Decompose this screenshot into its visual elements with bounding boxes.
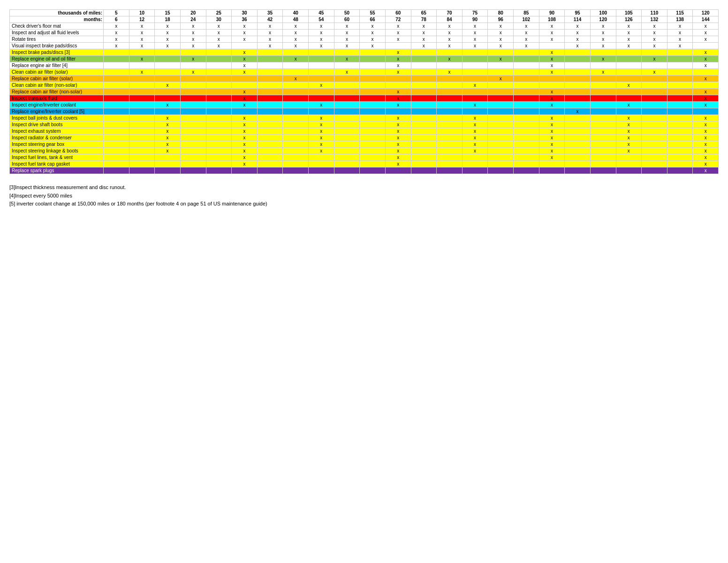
cell-8-16 [514, 76, 539, 82]
cell-13-8 [309, 108, 334, 115]
cell-7-2 [155, 69, 181, 76]
cell-16-12 [411, 128, 437, 135]
cell-0-18: x [565, 23, 591, 30]
cell-9-11 [385, 82, 411, 89]
cell-10-22 [667, 89, 693, 95]
cell-1-0: x [104, 30, 129, 36]
cell-19-20: x [616, 148, 642, 154]
cell-3-23 [693, 43, 719, 49]
cell-5-11: x [385, 56, 411, 62]
table-row: Inspect fuel tank cap gasketxxx [10, 161, 719, 167]
cell-18-18 [565, 141, 591, 148]
cell-2-7: x [283, 36, 309, 43]
cell-15-8: x [309, 122, 334, 128]
cell-20-1 [129, 154, 155, 161]
cell-19-10 [360, 148, 386, 154]
cell-6-2 [155, 62, 181, 69]
cell-22-5 [232, 167, 258, 174]
cell-12-18 [565, 102, 591, 108]
cell-14-14: x [462, 115, 488, 122]
cell-4-15 [488, 49, 514, 56]
cell-5-23: x [693, 56, 719, 62]
cell-6-10 [360, 62, 386, 69]
cell-17-0 [104, 135, 129, 141]
cell-15-19 [590, 122, 616, 128]
miles-5: 5 [104, 10, 129, 16]
cell-17-4 [206, 135, 232, 141]
cell-11-4 [206, 95, 232, 102]
cell-6-4 [206, 62, 232, 69]
months-36: 36 [232, 16, 258, 23]
cell-20-12 [411, 154, 437, 161]
cell-15-22 [667, 122, 693, 128]
cell-19-14: x [462, 148, 488, 154]
cell-5-1: x [129, 56, 155, 62]
cell-8-8 [309, 76, 334, 82]
cell-7-3: x [180, 69, 206, 76]
cell-7-10 [360, 69, 386, 76]
cell-11-12 [411, 95, 437, 102]
cell-22-6 [257, 167, 283, 174]
months-96: 96 [488, 16, 514, 23]
cell-10-0 [104, 89, 129, 95]
cell-14-3 [180, 115, 206, 122]
cell-2-1: x [129, 36, 155, 43]
cell-3-10: x [360, 43, 386, 49]
cell-5-3: x [180, 56, 206, 62]
cell-18-7 [283, 141, 309, 148]
cell-2-21: x [642, 36, 667, 43]
cell-0-6: x [257, 23, 283, 30]
cell-16-11: x [385, 128, 411, 135]
cell-1-15: x [488, 30, 514, 36]
cell-11-5: x [232, 95, 258, 102]
cell-13-12 [411, 108, 437, 115]
miles-55: 55 [360, 10, 386, 16]
cell-19-3 [180, 148, 206, 154]
months-6: 6 [104, 16, 129, 23]
cell-3-3: x [180, 43, 206, 49]
row-label-13: Replace engine/Inverter coolant [5] [10, 108, 104, 115]
cell-4-1 [129, 49, 155, 56]
cell-15-23: x [693, 122, 719, 128]
cell-18-16 [514, 141, 539, 148]
cell-15-10 [360, 122, 386, 128]
cell-17-22 [667, 135, 693, 141]
cell-6-13 [437, 62, 463, 69]
cell-13-23 [693, 108, 719, 115]
row-label-1: Inspect and adjust all fluid levels [10, 30, 104, 36]
cell-14-19 [590, 115, 616, 122]
cell-4-13 [437, 49, 463, 56]
cell-15-2: x [155, 122, 181, 128]
cell-18-23: x [693, 141, 719, 148]
table-row: Replace engine oil and oil filterxxxxxxx… [10, 56, 719, 62]
row-label-4: Inspect brake pads/discs [3] [10, 49, 104, 56]
cell-17-19 [590, 135, 616, 141]
cell-15-13 [437, 122, 463, 128]
cell-0-12: x [411, 23, 437, 30]
cell-18-1 [129, 141, 155, 148]
months-126: 126 [616, 16, 642, 23]
months-84: 84 [437, 16, 463, 23]
cell-5-20 [616, 56, 642, 62]
cell-17-13 [437, 135, 463, 141]
cell-20-5: x [232, 154, 258, 161]
cell-11-14 [462, 95, 488, 102]
cell-10-8 [309, 89, 334, 95]
cell-12-20: x [616, 102, 642, 108]
cell-19-5: x [232, 148, 258, 154]
cell-1-3: x [180, 30, 206, 36]
cell-0-15: x [488, 23, 514, 30]
cell-21-12 [411, 161, 437, 167]
cell-8-6 [257, 76, 283, 82]
cell-4-21 [642, 49, 667, 56]
cell-1-2: x [155, 30, 181, 36]
cell-2-3: x [180, 36, 206, 43]
cell-7-15 [488, 69, 514, 76]
cell-16-18 [565, 128, 591, 135]
cell-22-12 [411, 167, 437, 174]
cell-0-20: x [616, 23, 642, 30]
cell-14-8: x [309, 115, 334, 122]
cell-3-18: x [565, 43, 591, 49]
months-24: 24 [180, 16, 206, 23]
cell-17-15 [488, 135, 514, 141]
